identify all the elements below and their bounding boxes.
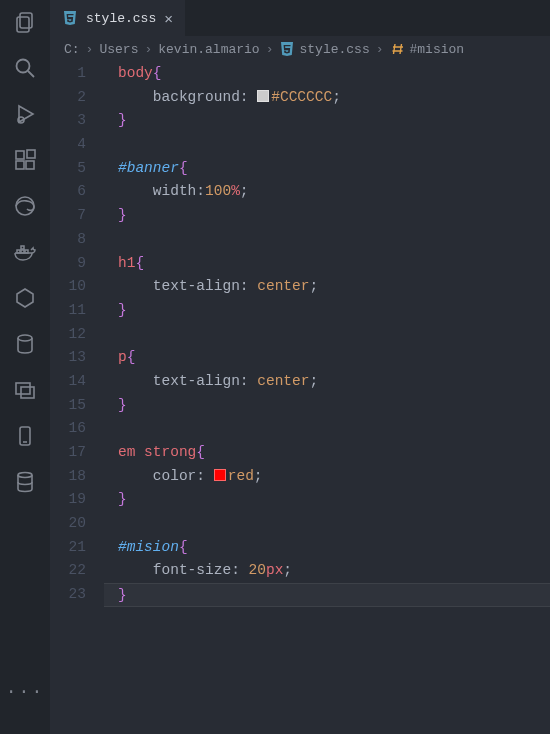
color-swatch: [257, 90, 269, 102]
tab-style-css[interactable]: style.css ×: [50, 0, 185, 36]
line-number: 18: [50, 465, 86, 489]
tabs-bar: style.css ×: [50, 0, 550, 36]
editor-group: style.css × C: › Users › kevin.almario ›…: [50, 0, 550, 734]
code-line[interactable]: }: [104, 394, 550, 418]
breadcrumb-symbol-label: #mision: [410, 42, 465, 57]
docker-icon[interactable]: [11, 238, 39, 266]
svg-rect-6: [16, 151, 24, 159]
more-icon[interactable]: ···: [11, 678, 39, 706]
database2-icon[interactable]: [11, 468, 39, 496]
code-line[interactable]: [104, 512, 550, 536]
breadcrumbs[interactable]: C: › Users › kevin.almario › style.css ›…: [50, 36, 550, 62]
search-icon[interactable]: [11, 54, 39, 82]
code-line[interactable]: width:100%;: [104, 180, 550, 204]
line-number: 2: [50, 86, 86, 110]
svg-point-16: [18, 335, 32, 341]
line-number: 15: [50, 394, 86, 418]
code-line[interactable]: [104, 228, 550, 252]
svg-point-21: [18, 473, 32, 478]
line-number: 5: [50, 157, 86, 181]
explorer-icon[interactable]: [11, 8, 39, 36]
svg-line-3: [28, 71, 34, 77]
svg-marker-15: [17, 289, 33, 307]
windows-icon[interactable]: [11, 376, 39, 404]
svg-rect-7: [16, 161, 24, 169]
code-line[interactable]: }: [104, 488, 550, 512]
code-line[interactable]: font-size: 20px;: [104, 559, 550, 583]
line-number: 8: [50, 228, 86, 252]
line-number: 7: [50, 204, 86, 228]
breadcrumb-part[interactable]: Users: [99, 42, 138, 57]
code-line[interactable]: [104, 133, 550, 157]
device-icon[interactable]: [11, 422, 39, 450]
code-line[interactable]: h1{: [104, 252, 550, 276]
run-debug-icon[interactable]: [11, 100, 39, 128]
svg-rect-8: [26, 161, 34, 169]
breadcrumb-symbol[interactable]: #mision: [390, 41, 465, 57]
chevron-right-icon: ›: [376, 42, 384, 57]
line-number: 23: [50, 583, 86, 607]
activity-bar: ···: [0, 0, 50, 734]
line-number: 21: [50, 536, 86, 560]
chevron-right-icon: ›: [86, 42, 94, 57]
code-line[interactable]: p{: [104, 346, 550, 370]
breadcrumb-part[interactable]: C:: [64, 42, 80, 57]
svg-rect-9: [27, 150, 35, 158]
code-line[interactable]: em strong{: [104, 441, 550, 465]
line-number: 19: [50, 488, 86, 512]
code-line[interactable]: #mision{: [104, 536, 550, 560]
svg-rect-18: [21, 387, 34, 398]
breadcrumb-part[interactable]: kevin.almario: [158, 42, 259, 57]
hexagon-icon[interactable]: [11, 284, 39, 312]
code-line[interactable]: }: [104, 109, 550, 133]
svg-rect-1: [17, 17, 29, 32]
line-number: 6: [50, 180, 86, 204]
database-icon[interactable]: [11, 330, 39, 358]
code-line[interactable]: background: #CCCCCC;: [104, 86, 550, 110]
line-number: 17: [50, 441, 86, 465]
code-line[interactable]: color: red;: [104, 465, 550, 489]
code-area[interactable]: body{ background: #CCCCCC;}#banner{ widt…: [104, 62, 550, 734]
svg-marker-4: [19, 106, 33, 122]
line-number: 10: [50, 275, 86, 299]
line-number: 22: [50, 559, 86, 583]
code-line[interactable]: body{: [104, 62, 550, 86]
svg-point-10: [16, 197, 34, 215]
line-number: 20: [50, 512, 86, 536]
code-line[interactable]: }: [104, 299, 550, 323]
svg-rect-0: [20, 13, 32, 28]
code-editor[interactable]: 1234567891011121314151617181920212223 bo…: [50, 62, 550, 734]
line-number: 16: [50, 417, 86, 441]
tab-label: style.css: [86, 11, 156, 26]
css-file-icon: [279, 41, 295, 57]
code-line[interactable]: [104, 323, 550, 347]
chevron-right-icon: ›: [144, 42, 152, 57]
code-line[interactable]: text-align: center;: [104, 370, 550, 394]
extensions-icon[interactable]: [11, 146, 39, 174]
line-number: 14: [50, 370, 86, 394]
line-number: 3: [50, 109, 86, 133]
line-number: 4: [50, 133, 86, 157]
edge-icon[interactable]: [11, 192, 39, 220]
color-swatch: [214, 469, 226, 481]
chevron-right-icon: ›: [266, 42, 274, 57]
gutter: 1234567891011121314151617181920212223: [50, 62, 104, 734]
line-number: 12: [50, 323, 86, 347]
breadcrumb-file[interactable]: style.css: [279, 41, 369, 57]
code-line[interactable]: }: [104, 204, 550, 228]
line-number: 11: [50, 299, 86, 323]
close-icon[interactable]: ×: [164, 10, 173, 27]
code-line[interactable]: #banner{: [104, 157, 550, 181]
svg-rect-14: [21, 246, 24, 249]
svg-rect-17: [16, 383, 30, 394]
code-line[interactable]: text-align: center;: [104, 275, 550, 299]
line-number: 1: [50, 62, 86, 86]
code-line[interactable]: }: [104, 583, 550, 607]
breadcrumb-file-label: style.css: [299, 42, 369, 57]
line-number: 9: [50, 252, 86, 276]
svg-point-2: [17, 60, 30, 73]
symbol-id-icon: [390, 41, 406, 57]
css-file-icon: [62, 10, 78, 26]
code-line[interactable]: [104, 417, 550, 441]
line-number: 13: [50, 346, 86, 370]
